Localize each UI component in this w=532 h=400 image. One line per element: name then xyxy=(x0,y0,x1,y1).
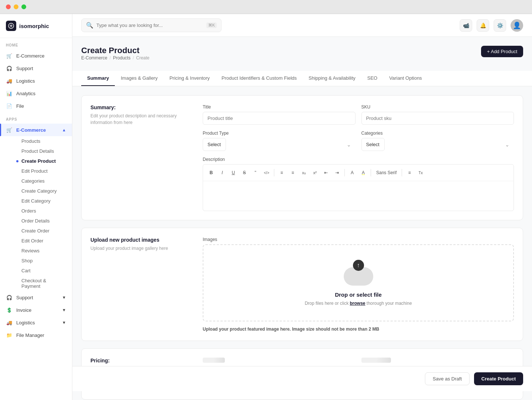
sidebar-item-ecommerce-home[interactable]: 🛒 E-Commerce xyxy=(0,49,72,62)
main-area: 🔍 ⌘K 📹 🔔 ⚙️ 👤 xyxy=(72,14,532,400)
sidebar-item-label: Logistics xyxy=(16,320,35,325)
add-product-button[interactable]: + Add Product xyxy=(481,46,523,57)
sidebar-item-label: Analytics xyxy=(16,91,35,96)
strikethrough-button[interactable]: S xyxy=(239,168,250,178)
font-color-button[interactable]: A xyxy=(347,168,357,178)
search-input[interactable] xyxy=(96,23,203,28)
title-group: Title xyxy=(203,104,356,125)
sidebar-sub-orders[interactable]: Orders xyxy=(16,206,72,216)
sidebar-item-label: E-Commerce xyxy=(16,53,45,59)
align-button[interactable]: ≡ xyxy=(404,168,415,178)
bold-button[interactable]: B xyxy=(206,168,216,178)
page-header: Create Product E-Commerce / Products / C… xyxy=(81,46,523,68)
save-draft-button[interactable]: Save as Draft xyxy=(425,372,470,385)
logo-text: isomorphic xyxy=(19,23,49,29)
sidebar-sub-shop[interactable]: Shop xyxy=(16,256,72,266)
minimize-button[interactable] xyxy=(14,4,18,9)
browse-link[interactable]: browse xyxy=(350,301,365,306)
create-product-button[interactable]: Create Product xyxy=(474,372,523,385)
sidebar-item-support-bottom[interactable]: 🎧 Support ▼ xyxy=(0,291,72,304)
blockquote-button[interactable]: " xyxy=(250,168,261,178)
upload-fields: Images ↑ Drop or select file Drop files … xyxy=(203,237,514,332)
description-input[interactable] xyxy=(203,181,514,211)
maximize-button[interactable] xyxy=(21,4,26,9)
chevron-down-icon: ▼ xyxy=(62,295,66,300)
sidebar-sub-categories[interactable]: Categories xyxy=(16,176,72,186)
chevron-up-icon: ▲ xyxy=(62,128,66,132)
title-input[interactable] xyxy=(203,112,356,125)
description-group: Description B I U S " </> ≡ xyxy=(203,157,514,211)
indent-right-button[interactable]: ⇥ xyxy=(332,168,342,178)
tab-seo[interactable]: SEO xyxy=(361,71,383,86)
folder-icon: 📁 xyxy=(6,332,13,338)
dollar-icon: 💲 xyxy=(6,307,13,313)
sidebar-item-support-home[interactable]: 🎧 Support xyxy=(0,62,72,75)
product-type-label: Product Type xyxy=(203,131,356,136)
ol-button[interactable]: ≡ xyxy=(277,168,287,178)
font-family-selector[interactable]: Sans Serif xyxy=(373,170,399,175)
sidebar-sub-edit-order[interactable]: Edit Order xyxy=(16,236,72,246)
ul-button[interactable]: ≡ xyxy=(288,168,298,178)
code-button[interactable]: </> xyxy=(261,168,272,178)
categories-select[interactable]: Select xyxy=(361,138,385,151)
sidebar-sub-checkout[interactable]: Checkout & Payment xyxy=(16,276,72,291)
video-icon-btn[interactable]: 📹 xyxy=(460,19,472,32)
breadcrumb-ecommerce[interactable]: E-Commerce xyxy=(81,55,107,61)
sidebar-item-file-manager[interactable]: 📁 File Manager xyxy=(0,329,72,341)
sidebar-sub-edit-product[interactable]: Edit Product xyxy=(16,166,72,176)
tab-summary[interactable]: Summary xyxy=(81,71,115,86)
tab-pricing-inventory[interactable]: Pricing & Inventory xyxy=(164,71,216,86)
breadcrumb: E-Commerce / Products / Create xyxy=(81,55,150,61)
tab-variant-options[interactable]: Variant Options xyxy=(383,71,428,86)
sidebar-item-analytics-home[interactable]: 📊 Analytics xyxy=(0,87,72,100)
highlight-button[interactable]: A xyxy=(358,168,368,178)
breadcrumb-products[interactable]: Products xyxy=(113,55,130,61)
sidebar-sub-create-product[interactable]: Create Product xyxy=(16,156,72,166)
dot-indicator xyxy=(16,180,18,182)
sidebar-sub-product-details[interactable]: Product Details xyxy=(16,146,72,156)
search-bar[interactable]: 🔍 ⌘K xyxy=(81,18,222,32)
sidebar-item-ecommerce-app[interactable]: 🛒 E-Commerce ▲ xyxy=(0,124,72,136)
product-type-select[interactable]: Select xyxy=(203,138,226,151)
sidebar-item-invoice[interactable]: 💲 Invoice ▼ xyxy=(0,304,72,316)
close-button[interactable] xyxy=(6,4,11,9)
underline-button[interactable]: U xyxy=(228,168,238,178)
superscript-button[interactable]: x² xyxy=(310,168,320,178)
main-content: Create Product E-Commerce / Products / C… xyxy=(72,37,532,400)
subscript-button[interactable]: x₂ xyxy=(299,168,309,178)
clear-format-button[interactable]: Tx xyxy=(415,168,426,178)
dot-indicator xyxy=(16,200,18,202)
sidebar-sub-edit-category[interactable]: Edit Category xyxy=(16,196,72,206)
settings-icon-btn[interactable]: ⚙️ xyxy=(494,19,506,32)
tab-product-identifiers[interactable]: Product Identifiers & Custom Fields xyxy=(216,71,303,86)
sub-label: Order Details xyxy=(21,218,50,224)
sidebar-item-logistics-home[interactable]: 🚚 Logistics xyxy=(0,75,72,87)
indent-left-button[interactable]: ⇤ xyxy=(321,168,331,178)
sub-label: Cart xyxy=(21,268,31,273)
upload-dropzone[interactable]: ↑ Drop or select file Drop files here or… xyxy=(203,244,514,321)
italic-button[interactable]: I xyxy=(217,168,227,178)
notification-icon-btn[interactable]: 🔔 xyxy=(477,19,489,32)
chevron-down-icon: ▼ xyxy=(62,320,66,325)
upload-section: Upload new product images Upload your pr… xyxy=(81,228,523,341)
title-sku-row: Title SKU xyxy=(203,104,514,125)
avatar[interactable]: 👤 xyxy=(511,19,523,32)
sidebar-sub-reviews[interactable]: Reviews xyxy=(16,246,72,256)
sidebar-sub-order-details[interactable]: Order Details xyxy=(16,216,72,226)
sub-label: Create Product xyxy=(21,158,56,164)
breadcrumb-current: Create xyxy=(136,55,150,61)
sidebar-sub-products[interactable]: Products xyxy=(16,136,72,146)
sidebar-sub-create-category[interactable]: Create Category xyxy=(16,186,72,196)
sku-input[interactable] xyxy=(361,112,514,125)
tab-images-gallery[interactable]: Images & Gallery xyxy=(115,71,164,86)
sidebar-item-label: Support xyxy=(16,66,33,71)
tab-shipping[interactable]: Shipping & Availability xyxy=(303,71,361,86)
sidebar-sub-cart[interactable]: Cart xyxy=(16,266,72,276)
dot-indicator xyxy=(16,282,18,285)
sidebar-item-logistics-bottom[interactable]: 🚚 Logistics ▼ xyxy=(0,316,72,329)
upload-note: Upload your product featured image here.… xyxy=(203,327,514,332)
upload-title: Drop or select file xyxy=(335,292,382,298)
sidebar-item-file-home[interactable]: 📄 File xyxy=(0,100,72,112)
sidebar-sub-create-order[interactable]: Create Order xyxy=(16,226,72,236)
product-type-select-wrapper: Select xyxy=(203,138,356,151)
